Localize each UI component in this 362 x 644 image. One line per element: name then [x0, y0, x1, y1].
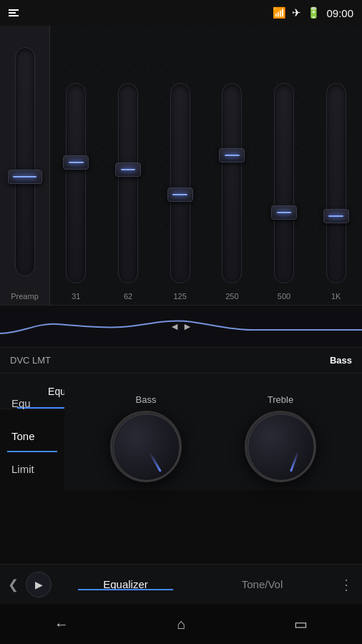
side-item-limit-label: Limit	[11, 463, 34, 475]
home-icon: ⌂	[177, 616, 185, 633]
eq-area: Preamp 31 62 125 250	[0, 26, 362, 305]
back-icon: ←	[54, 616, 69, 633]
status-bar: 📶 ✈ 🔋 09:00	[0, 0, 362, 26]
slider-handle-500[interactable]	[271, 205, 297, 220]
status-left	[9, 9, 19, 16]
band-label-1k: 1K	[331, 292, 341, 301]
preamp-handle[interactable]	[8, 170, 42, 184]
bass-knob[interactable]	[110, 411, 182, 482]
wifi-icon: 📶	[273, 6, 286, 19]
clock: 09:00	[326, 7, 353, 19]
status-right: 📶 ✈ 🔋 09:00	[273, 6, 353, 19]
bass-label-header: Bass	[330, 355, 352, 366]
side-menu: Equ Tone Limit	[0, 386, 64, 485]
bass-knob-group: Bass	[110, 394, 182, 482]
preamp-section[interactable]: Preamp	[0, 26, 50, 305]
airplane-icon: ✈	[292, 6, 301, 19]
left-arrow-icon[interactable]: ◄	[170, 321, 180, 332]
eq-curve: ◄ ►	[0, 305, 362, 348]
side-item-limit[interactable]: Limit	[0, 452, 64, 485]
home-button[interactable]: ⌂	[177, 616, 185, 633]
bottom-tabs: Equalizer Tone/Vol	[57, 578, 331, 590]
dvc-label: DVC LMT	[10, 355, 51, 366]
knobs-section: Bass Treble	[64, 386, 362, 490]
band-label-250: 250	[225, 292, 238, 301]
band-col-125[interactable]: 125	[154, 26, 206, 305]
slider-track-1k[interactable]	[326, 83, 346, 283]
band-col-250[interactable]: 250	[206, 26, 258, 305]
bottom-tab-tonevol-label: Tone/Vol	[242, 578, 283, 590]
side-item-tone-label: Tone	[11, 430, 35, 442]
recent-button[interactable]: ▭	[294, 615, 308, 633]
side-item-equ[interactable]: Equ	[0, 386, 64, 419]
more-icon: ⋮	[339, 576, 353, 593]
back-button[interactable]: ←	[54, 616, 69, 633]
slider-track-250[interactable]	[222, 83, 242, 283]
slider-track-31[interactable]	[66, 83, 86, 283]
band-label-500: 500	[278, 292, 290, 301]
curve-arrows[interactable]: ◄ ►	[170, 321, 192, 332]
side-item-equ-label: Equ	[11, 397, 31, 409]
treble-knob-label: Treble	[268, 394, 293, 405]
play-button[interactable]: ▶	[26, 572, 52, 597]
band-label-125: 125	[173, 292, 186, 301]
bottom-tab-equalizer-label: Equalizer	[103, 578, 148, 590]
band-col-1k[interactable]: 1K	[310, 26, 362, 305]
bass-knob-label: Bass	[136, 394, 157, 405]
android-nav: ← ⌂ ▭	[0, 604, 362, 644]
slider-handle-62[interactable]	[115, 162, 141, 177]
treble-knob[interactable]	[245, 411, 316, 482]
side-item-tone[interactable]: Tone	[0, 419, 64, 452]
slider-track-500[interactable]	[274, 83, 294, 283]
bottom-tab-equalizer[interactable]: Equalizer	[57, 578, 194, 590]
band-col-62[interactable]: 62	[102, 26, 155, 305]
bands-container: 31 62 125 250 500	[50, 26, 362, 305]
bottom-nav: ❮ ▶ Equalizer Tone/Vol ⋮	[0, 564, 362, 604]
slider-handle-1k[interactable]	[323, 209, 349, 223]
slider-track-62[interactable]	[118, 83, 138, 283]
preamp-track[interactable]	[15, 47, 35, 276]
battery-icon: 🔋	[307, 6, 321, 19]
slider-handle-125[interactable]	[167, 187, 193, 202]
band-label-62: 62	[124, 292, 132, 301]
menu-icon	[9, 9, 19, 16]
bottom-tab-tonevol[interactable]: Tone/Vol	[194, 578, 331, 590]
band-label-31: 31	[72, 292, 80, 301]
more-options-button[interactable]: ⋮	[331, 576, 362, 593]
prev-icon[interactable]: ❮	[6, 577, 20, 592]
slider-track-125[interactable]	[170, 83, 190, 283]
band-col-31[interactable]: 31	[50, 26, 102, 305]
preamp-label: Preamp	[11, 292, 39, 301]
band-col-500[interactable]: 500	[258, 26, 310, 305]
slider-handle-250[interactable]	[219, 148, 245, 162]
dvc-bar: DVC LMT Bass	[0, 348, 362, 374]
recent-icon: ▭	[294, 615, 308, 633]
treble-knob-group: Treble	[245, 394, 316, 482]
bottom-play-area: ❮ ▶	[0, 572, 57, 597]
right-arrow-icon[interactable]: ►	[182, 321, 192, 332]
slider-handle-31[interactable]	[63, 155, 89, 170]
